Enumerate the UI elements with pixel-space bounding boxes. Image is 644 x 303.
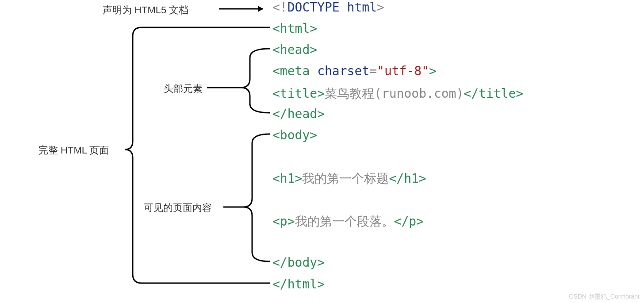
label-body-section: 可见的页面内容	[144, 201, 212, 215]
watermark: CSDN @墨鸦_Cormorant	[569, 293, 640, 301]
code-body-close: </body>	[272, 255, 325, 270]
svg-marker-1	[258, 6, 263, 12]
label-full-page: 完整 HTML 页面	[38, 144, 109, 157]
code-html-open: <html>	[272, 21, 317, 36]
code-html-close: </html>	[272, 277, 325, 291]
code-head-close: </head>	[272, 107, 325, 121]
arrow-icon	[219, 6, 263, 12]
code-body-open: <body>	[272, 128, 317, 142]
brace-full-page	[125, 27, 270, 283]
brace-body	[223, 134, 270, 261]
brace-head	[207, 49, 270, 113]
code-meta: <meta charset="utf-8">	[272, 64, 437, 78]
label-head-section: 头部元素	[164, 82, 203, 96]
code-h1: <h1>我的第一个标题</h1>	[272, 170, 426, 187]
label-doctype: 声明为 HTML5 文档	[103, 4, 188, 17]
code-doctype: <!DOCTYPE html>	[272, 0, 384, 15]
code-title: <title>菜鸟教程(runoob.com)</title>	[272, 85, 523, 102]
code-head-open: <head>	[272, 42, 317, 57]
code-p: <p>我的第一个段落。</p>	[272, 213, 424, 230]
